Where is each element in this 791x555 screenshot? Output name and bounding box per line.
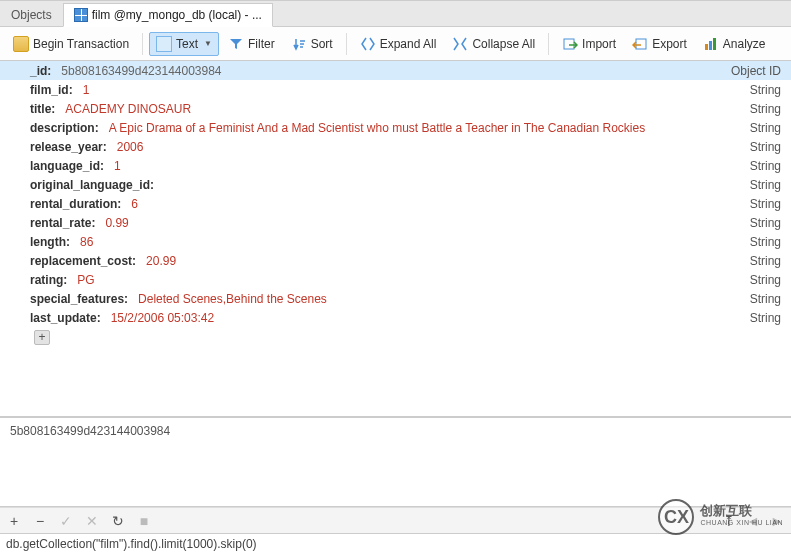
field-type: String: [750, 83, 785, 97]
field-key: last_update: [6, 311, 97, 325]
field-key: _id: [6, 64, 47, 78]
chevron-down-icon: ▼: [202, 39, 212, 48]
expand-all-label: Expand All: [380, 37, 437, 51]
field-value[interactable]: 1: [83, 83, 90, 97]
goto-top-button[interactable]: ⤒: [721, 513, 737, 529]
analyze-label: Analyze: [723, 37, 766, 51]
begin-transaction-label: Begin Transaction: [33, 37, 129, 51]
begin-transaction-button[interactable]: Begin Transaction: [6, 32, 136, 56]
colon: :: [97, 311, 111, 325]
record-toolbar: + − ✓ ✕ ↻ ■ ⤒ ◄ ►: [0, 507, 791, 533]
field-value[interactable]: 1: [114, 159, 121, 173]
colon: :: [63, 273, 77, 287]
field-row[interactable]: replacement_cost :20.99String: [0, 251, 791, 270]
collapse-all-label: Collapse All: [472, 37, 535, 51]
colon: :: [132, 254, 146, 268]
field-type: String: [750, 254, 785, 268]
export-button[interactable]: Export: [625, 32, 694, 56]
filter-label: Filter: [248, 37, 275, 51]
field-row[interactable]: description :A Epic Drama of a Feminist …: [0, 118, 791, 137]
field-type: Object ID: [731, 64, 785, 78]
colon: :: [51, 102, 65, 116]
import-icon: [562, 36, 578, 52]
refresh-button[interactable]: ↻: [110, 513, 126, 529]
field-row[interactable]: special_features :Deleted Scenes,Behind …: [0, 289, 791, 308]
preview-panel: 5b808163499d423144003984: [0, 417, 791, 507]
field-value[interactable]: 0.99: [105, 216, 128, 230]
field-value[interactable]: 86: [80, 235, 93, 249]
collapse-icon: [452, 36, 468, 52]
page-left-button[interactable]: ◄: [745, 513, 761, 529]
field-value[interactable]: A Epic Drama of a Feminist And a Mad Sci…: [109, 121, 646, 135]
delete-record-button[interactable]: −: [32, 513, 48, 529]
field-key: description: [6, 121, 95, 135]
svg-rect-4: [713, 38, 716, 50]
field-value[interactable]: 2006: [117, 140, 144, 154]
add-field-button[interactable]: +: [34, 330, 50, 345]
colon: :: [124, 292, 138, 306]
expand-all-button[interactable]: Expand All: [353, 32, 444, 56]
colon: :: [91, 216, 105, 230]
field-value[interactable]: 15/2/2006 05:03:42: [111, 311, 214, 325]
colon: :: [100, 159, 114, 173]
chart-icon: [703, 36, 719, 52]
field-row[interactable]: last_update :15/2/2006 05:03:42String: [0, 308, 791, 327]
collapse-all-button[interactable]: Collapse All: [445, 32, 542, 56]
field-type: String: [750, 273, 785, 287]
query-text: db.getCollection("film").find().limit(10…: [6, 537, 257, 551]
field-value[interactable]: ACADEMY DINOSAUR: [65, 102, 191, 116]
field-row[interactable]: length :86String: [0, 232, 791, 251]
field-type: String: [750, 102, 785, 116]
field-row[interactable]: language_id :1String: [0, 156, 791, 175]
colon: :: [95, 121, 109, 135]
toolbar-separator: [548, 33, 549, 55]
tab-bar: Objects film @my_mongo_db (local) - ...: [0, 1, 791, 27]
filter-button[interactable]: Filter: [221, 32, 282, 56]
add-record-button[interactable]: +: [6, 513, 22, 529]
analyze-button[interactable]: Analyze: [696, 32, 773, 56]
apply-button[interactable]: ✓: [58, 513, 74, 529]
field-key: language_id: [6, 159, 100, 173]
field-key: release_year: [6, 140, 103, 154]
field-value[interactable]: 6: [131, 197, 138, 211]
tab-film[interactable]: film @my_mongo_db (local) - ...: [63, 3, 273, 27]
export-icon: [632, 36, 648, 52]
tab-objects[interactable]: Objects: [0, 2, 63, 26]
cancel-button[interactable]: ✕: [84, 513, 100, 529]
field-value[interactable]: 5b808163499d423144003984: [61, 64, 221, 78]
text-mode-label: Text: [176, 37, 198, 51]
field-value[interactable]: PG: [77, 273, 94, 287]
field-row[interactable]: _id :5b808163499d423144003984Object ID: [0, 61, 791, 80]
toolbar: Begin Transaction Text ▼ Filter Sort Exp…: [0, 27, 791, 61]
field-value[interactable]: Deleted Scenes,Behind the Scenes: [138, 292, 327, 306]
text-mode-button[interactable]: Text ▼: [149, 32, 219, 56]
field-type: String: [750, 235, 785, 249]
field-row[interactable]: rental_rate :0.99String: [0, 213, 791, 232]
field-key: replacement_cost: [6, 254, 132, 268]
field-type: String: [750, 216, 785, 230]
field-key: title: [6, 102, 51, 116]
stop-button[interactable]: ■: [136, 513, 152, 529]
field-row[interactable]: original_language_id :String: [0, 175, 791, 194]
field-row[interactable]: release_year :2006String: [0, 137, 791, 156]
field-row[interactable]: rating :PGString: [0, 270, 791, 289]
field-row[interactable]: title :ACADEMY DINOSAURString: [0, 99, 791, 118]
colon: :: [150, 178, 164, 192]
import-button[interactable]: Import: [555, 32, 623, 56]
query-bar[interactable]: db.getCollection("film").find().limit(10…: [0, 533, 791, 555]
field-row[interactable]: rental_duration :6String: [0, 194, 791, 213]
funnel-icon: [228, 36, 244, 52]
colon: :: [103, 140, 117, 154]
field-value[interactable]: 20.99: [146, 254, 176, 268]
svg-rect-1: [636, 39, 646, 49]
table-icon: [74, 8, 88, 22]
field-row[interactable]: film_id :1String: [0, 80, 791, 99]
field-type: String: [750, 311, 785, 325]
preview-id: 5b808163499d423144003984: [10, 424, 170, 438]
field-key: original_language_id: [6, 178, 150, 192]
sort-button[interactable]: Sort: [284, 32, 340, 56]
field-type: String: [750, 178, 785, 192]
page-right-button[interactable]: ►: [769, 513, 785, 529]
colon: :: [69, 83, 83, 97]
document-view: _id :5b808163499d423144003984Object IDfi…: [0, 61, 791, 417]
